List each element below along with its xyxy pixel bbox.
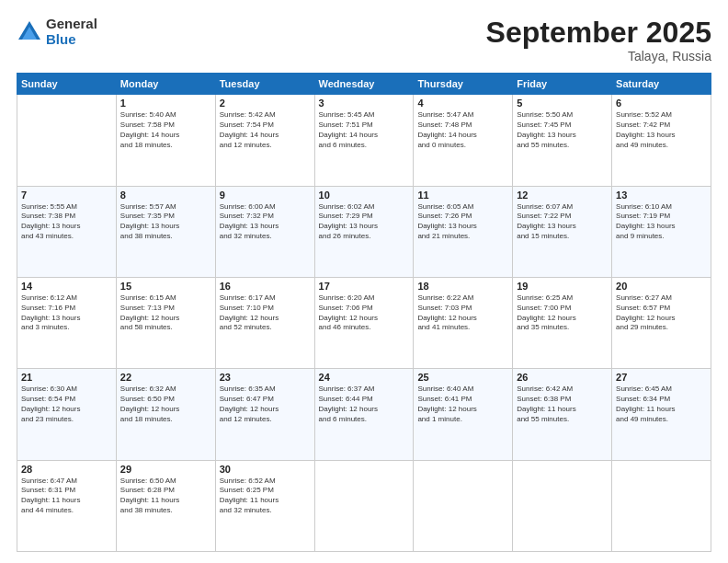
day-number: 10 bbox=[319, 190, 410, 201]
cell-content: Sunrise: 5:45 AM Sunset: 7:51 PM Dayligh… bbox=[319, 110, 410, 150]
day-number: 28 bbox=[21, 464, 112, 475]
cell-content: Sunrise: 6:32 AM Sunset: 6:50 PM Dayligh… bbox=[120, 385, 211, 424]
cell-content: Sunrise: 6:07 AM Sunset: 7:22 PM Dayligh… bbox=[517, 202, 608, 242]
calendar-day-header: Monday bbox=[116, 74, 215, 95]
calendar-cell bbox=[612, 460, 711, 551]
cell-content: Sunrise: 5:50 AM Sunset: 7:45 PM Dayligh… bbox=[517, 110, 608, 150]
cell-content: Sunrise: 6:37 AM Sunset: 6:44 PM Dayligh… bbox=[319, 385, 410, 424]
day-number: 5 bbox=[517, 98, 608, 109]
day-number: 17 bbox=[319, 281, 410, 292]
cell-content: Sunrise: 6:27 AM Sunset: 6:57 PM Dayligh… bbox=[616, 293, 707, 333]
cell-content: Sunrise: 6:45 AM Sunset: 6:34 PM Dayligh… bbox=[616, 385, 707, 424]
calendar-cell: 2Sunrise: 5:42 AM Sunset: 7:54 PM Daylig… bbox=[215, 95, 314, 186]
page: General Blue September 2025 Talaya, Russ… bbox=[0, 0, 728, 563]
cell-content: Sunrise: 6:25 AM Sunset: 7:00 PM Dayligh… bbox=[517, 293, 608, 333]
cell-content: Sunrise: 6:00 AM Sunset: 7:32 PM Dayligh… bbox=[220, 202, 311, 242]
calendar-cell: 3Sunrise: 5:45 AM Sunset: 7:51 PM Daylig… bbox=[314, 95, 414, 186]
calendar-cell: 5Sunrise: 5:50 AM Sunset: 7:45 PM Daylig… bbox=[513, 95, 612, 186]
cell-content: Sunrise: 6:50 AM Sunset: 6:28 PM Dayligh… bbox=[120, 477, 211, 516]
cell-content: Sunrise: 6:40 AM Sunset: 6:41 PM Dayligh… bbox=[417, 385, 508, 424]
calendar-day-header: Sunday bbox=[17, 74, 117, 95]
day-number: 18 bbox=[417, 281, 508, 292]
cell-content: Sunrise: 6:17 AM Sunset: 7:10 PM Dayligh… bbox=[220, 293, 311, 333]
calendar-cell: 20Sunrise: 6:27 AM Sunset: 6:57 PM Dayli… bbox=[612, 277, 711, 368]
cell-content: Sunrise: 6:30 AM Sunset: 6:54 PM Dayligh… bbox=[21, 385, 112, 424]
calendar-cell bbox=[513, 460, 612, 551]
location: Talaya, Russia bbox=[486, 49, 711, 63]
day-number: 9 bbox=[220, 190, 311, 201]
calendar-cell: 17Sunrise: 6:20 AM Sunset: 7:06 PM Dayli… bbox=[314, 277, 414, 368]
cell-content: Sunrise: 6:12 AM Sunset: 7:16 PM Dayligh… bbox=[21, 293, 112, 333]
calendar-week-row: 7Sunrise: 5:55 AM Sunset: 7:38 PM Daylig… bbox=[17, 186, 711, 277]
header: General Blue September 2025 Talaya, Russ… bbox=[17, 17, 711, 63]
calendar-cell: 4Sunrise: 5:47 AM Sunset: 7:48 PM Daylig… bbox=[414, 95, 513, 186]
month-title: September 2025 bbox=[486, 17, 711, 49]
day-number: 11 bbox=[417, 190, 508, 201]
calendar-week-row: 1Sunrise: 5:40 AM Sunset: 7:58 PM Daylig… bbox=[17, 95, 711, 186]
calendar-cell: 11Sunrise: 6:05 AM Sunset: 7:26 PM Dayli… bbox=[414, 186, 513, 277]
calendar-day-header: Wednesday bbox=[314, 74, 414, 95]
calendar-day-header: Friday bbox=[513, 74, 612, 95]
cell-content: Sunrise: 6:20 AM Sunset: 7:06 PM Dayligh… bbox=[319, 293, 410, 333]
calendar-cell: 16Sunrise: 6:17 AM Sunset: 7:10 PM Dayli… bbox=[215, 277, 314, 368]
day-number: 7 bbox=[21, 190, 112, 201]
cell-content: Sunrise: 6:52 AM Sunset: 6:25 PM Dayligh… bbox=[220, 477, 311, 516]
cell-content: Sunrise: 6:10 AM Sunset: 7:19 PM Dayligh… bbox=[616, 202, 707, 242]
calendar-cell bbox=[314, 460, 414, 551]
cell-content: Sunrise: 6:35 AM Sunset: 6:47 PM Dayligh… bbox=[220, 385, 311, 424]
calendar-cell: 28Sunrise: 6:47 AM Sunset: 6:31 PM Dayli… bbox=[17, 460, 117, 551]
calendar-cell: 22Sunrise: 6:32 AM Sunset: 6:50 PM Dayli… bbox=[116, 369, 215, 460]
day-number: 14 bbox=[21, 281, 112, 292]
day-number: 1 bbox=[120, 98, 211, 109]
calendar-cell: 7Sunrise: 5:55 AM Sunset: 7:38 PM Daylig… bbox=[17, 186, 117, 277]
day-number: 2 bbox=[220, 98, 311, 109]
logo-general: General bbox=[46, 17, 97, 32]
cell-content: Sunrise: 5:47 AM Sunset: 7:48 PM Dayligh… bbox=[417, 110, 508, 150]
calendar-cell: 18Sunrise: 6:22 AM Sunset: 7:03 PM Dayli… bbox=[414, 277, 513, 368]
cell-content: Sunrise: 5:42 AM Sunset: 7:54 PM Dayligh… bbox=[220, 110, 311, 150]
day-number: 12 bbox=[517, 190, 608, 201]
calendar-cell: 19Sunrise: 6:25 AM Sunset: 7:00 PM Dayli… bbox=[513, 277, 612, 368]
cell-content: Sunrise: 5:52 AM Sunset: 7:42 PM Dayligh… bbox=[616, 110, 707, 150]
logo-blue: Blue bbox=[46, 32, 97, 48]
day-number: 26 bbox=[517, 372, 608, 383]
calendar-cell: 29Sunrise: 6:50 AM Sunset: 6:28 PM Dayli… bbox=[116, 460, 215, 551]
calendar-cell: 14Sunrise: 6:12 AM Sunset: 7:16 PM Dayli… bbox=[17, 277, 117, 368]
day-number: 8 bbox=[120, 190, 211, 201]
logo-icon bbox=[17, 19, 42, 45]
calendar-week-row: 21Sunrise: 6:30 AM Sunset: 6:54 PM Dayli… bbox=[17, 369, 711, 460]
day-number: 29 bbox=[120, 464, 211, 475]
day-number: 21 bbox=[21, 372, 112, 383]
calendar-cell: 1Sunrise: 5:40 AM Sunset: 7:58 PM Daylig… bbox=[116, 95, 215, 186]
day-number: 3 bbox=[319, 98, 410, 109]
calendar-cell: 24Sunrise: 6:37 AM Sunset: 6:44 PM Dayli… bbox=[314, 369, 414, 460]
calendar-cell: 30Sunrise: 6:52 AM Sunset: 6:25 PM Dayli… bbox=[215, 460, 314, 551]
day-number: 6 bbox=[616, 98, 707, 109]
cell-content: Sunrise: 6:47 AM Sunset: 6:31 PM Dayligh… bbox=[21, 477, 112, 516]
cell-content: Sunrise: 6:42 AM Sunset: 6:38 PM Dayligh… bbox=[517, 385, 608, 424]
calendar-cell: 10Sunrise: 6:02 AM Sunset: 7:29 PM Dayli… bbox=[314, 186, 414, 277]
day-number: 20 bbox=[616, 281, 707, 292]
cell-content: Sunrise: 5:57 AM Sunset: 7:35 PM Dayligh… bbox=[120, 202, 211, 242]
calendar-cell: 21Sunrise: 6:30 AM Sunset: 6:54 PM Dayli… bbox=[17, 369, 117, 460]
calendar-cell bbox=[414, 460, 513, 551]
day-number: 19 bbox=[517, 281, 608, 292]
day-number: 27 bbox=[616, 372, 707, 383]
day-number: 25 bbox=[417, 372, 508, 383]
cell-content: Sunrise: 6:05 AM Sunset: 7:26 PM Dayligh… bbox=[417, 202, 508, 242]
day-number: 22 bbox=[120, 372, 211, 383]
day-number: 16 bbox=[220, 281, 311, 292]
calendar-cell: 13Sunrise: 6:10 AM Sunset: 7:19 PM Dayli… bbox=[612, 186, 711, 277]
calendar-cell: 26Sunrise: 6:42 AM Sunset: 6:38 PM Dayli… bbox=[513, 369, 612, 460]
cell-content: Sunrise: 5:40 AM Sunset: 7:58 PM Dayligh… bbox=[120, 110, 211, 150]
title-block: September 2025 Talaya, Russia bbox=[486, 17, 711, 63]
calendar-cell: 27Sunrise: 6:45 AM Sunset: 6:34 PM Dayli… bbox=[612, 369, 711, 460]
calendar-cell: 23Sunrise: 6:35 AM Sunset: 6:47 PM Dayli… bbox=[215, 369, 314, 460]
calendar-cell bbox=[17, 95, 117, 186]
calendar-cell: 25Sunrise: 6:40 AM Sunset: 6:41 PM Dayli… bbox=[414, 369, 513, 460]
cell-content: Sunrise: 6:02 AM Sunset: 7:29 PM Dayligh… bbox=[319, 202, 410, 242]
calendar-cell: 12Sunrise: 6:07 AM Sunset: 7:22 PM Dayli… bbox=[513, 186, 612, 277]
day-number: 30 bbox=[220, 464, 311, 475]
day-number: 24 bbox=[319, 372, 410, 383]
calendar-day-header: Tuesday bbox=[215, 74, 314, 95]
